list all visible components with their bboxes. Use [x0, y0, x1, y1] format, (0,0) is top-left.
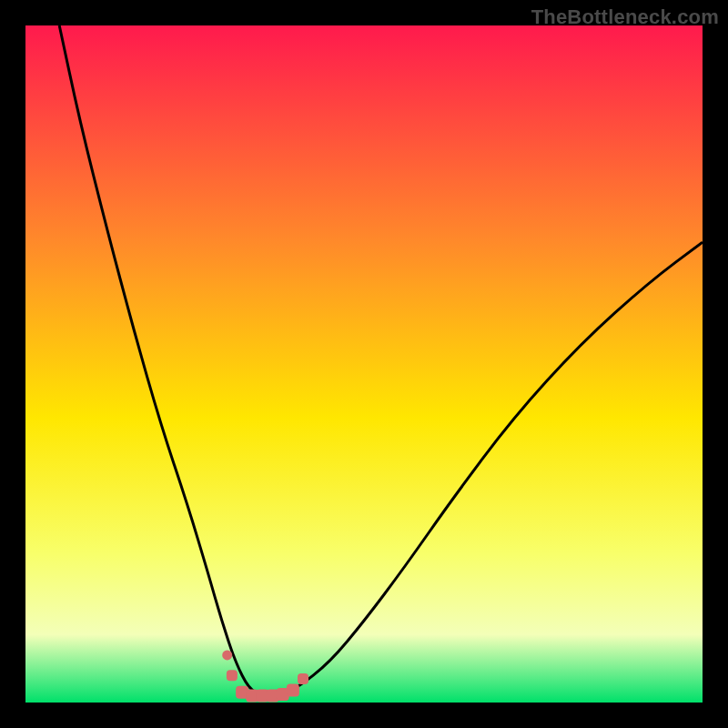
marker-point: [227, 670, 238, 681]
gradient-background: [25, 25, 703, 703]
chart-svg: [25, 25, 703, 703]
plot-area: [25, 25, 703, 703]
marker-point: [287, 684, 299, 697]
marker-point: [298, 673, 308, 684]
chart-container: TheBottleneck.com: [0, 0, 728, 728]
marker-point: [222, 650, 232, 660]
